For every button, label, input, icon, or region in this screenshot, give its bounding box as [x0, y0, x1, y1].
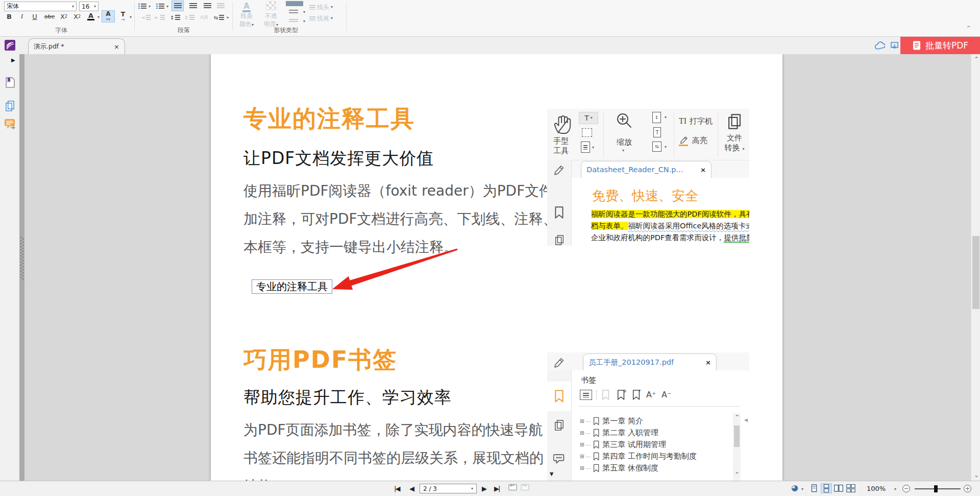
zoom-slider-track[interactable]: [915, 488, 961, 489]
zoom-slider-handle[interactable]: [934, 485, 938, 492]
red-arrow-annotation[interactable]: [327, 244, 461, 295]
scroll-thumb[interactable]: [734, 426, 740, 447]
ribbon-toolbar: 宋体 ▾ 16 ▾ B I U abe X2 X2 A ▾ A ↔ T → ▾: [0, 0, 980, 37]
line-color-button[interactable]: A 线条 颜色▾: [236, 1, 257, 28]
char-width-button[interactable]: A|B: [197, 13, 211, 22]
bookmark-item[interactable]: ⊞ 第五章 休假制度: [580, 462, 697, 474]
align-center-button[interactable]: [187, 1, 199, 11]
line-spacing-button[interactable]: ↕: [168, 13, 182, 22]
typewriter-tool: TI 打字机: [679, 116, 713, 126]
squiggly-underline-text: 福昕阅读器采用Office风格的选项卡式工: [628, 222, 750, 230]
bookmark-item[interactable]: ⊞ 第三章 试用期管理: [580, 439, 697, 451]
bookmark-item[interactable]: ⊞ 第一章 简介: [580, 415, 697, 427]
continuous-facing-view-button[interactable]: [845, 483, 856, 493]
text-flow-button[interactable]: ⇆: [212, 13, 226, 22]
scroll-down-icon[interactable]: ⌄: [974, 472, 979, 478]
cloud-icon[interactable]: [874, 41, 885, 51]
collapse-panel-icon: ◀: [744, 417, 748, 422]
document-tab[interactable]: 演示.pdf * ×: [28, 38, 125, 54]
close-icon[interactable]: ×: [114, 43, 119, 51]
pages-icon: [554, 419, 565, 431]
pencil-edit-icon: [553, 164, 566, 176]
import-download-icon[interactable]: [890, 41, 899, 50]
bookmark-icon: [593, 440, 600, 449]
opacity-button[interactable]: 不透 明度▾: [260, 1, 282, 28]
bookmark-tab-active: [547, 382, 571, 411]
zoom-level-value[interactable]: 100%: [867, 485, 886, 492]
text-direction-button[interactable]: T →: [117, 10, 129, 22]
annotation-text-box[interactable]: 专业的注释工具: [252, 279, 332, 294]
bold-button[interactable]: B: [4, 11, 14, 21]
subscript-button[interactable]: X2: [71, 11, 83, 21]
collapse-ribbon-button[interactable]: ⌃: [966, 25, 971, 32]
highlight-tool: 高亮: [679, 135, 707, 146]
chevron-down-icon: ▾: [303, 19, 305, 23]
document-tab-title: 演示.pdf *: [34, 42, 110, 51]
align-justify-button[interactable]: [214, 1, 227, 11]
zoom-in-button[interactable]: +: [964, 485, 971, 492]
splitter-handle[interactable]: [20, 237, 23, 280]
expand-panel-icon[interactable]: ▶: [11, 57, 15, 63]
italic-button[interactable]: I: [17, 11, 27, 21]
single-page-view-button[interactable]: [808, 483, 820, 493]
numbered-list-button[interactable]: [155, 2, 166, 11]
continuous-view-button[interactable]: [821, 483, 832, 493]
indent-more-button[interactable]: ⇥: [139, 13, 152, 22]
shot2-document-tab: 员工手册_20120917.pdf ×: [583, 353, 717, 370]
vertical-scrollbar[interactable]: ⌃ ⌄: [971, 54, 980, 481]
superscript-button[interactable]: X2: [58, 11, 69, 21]
fit-text-icon: T: [653, 127, 661, 137]
shot2-scrollbar[interactable]: ⌃ ⌄: [733, 413, 741, 481]
tree-expand-icon: ⊞: [580, 465, 584, 471]
align-right-button[interactable]: [201, 1, 213, 11]
first-page-button[interactable]: |◀: [394, 485, 399, 492]
line-tail-button[interactable]: 线尾▾: [309, 14, 341, 22]
tree-expand-icon: ⊞: [580, 430, 584, 436]
previous-view-button[interactable]: ↩: [508, 483, 517, 493]
section1-subtitle: 让PDF文档发挥更大价值: [243, 147, 434, 170]
facing-view-button[interactable]: [833, 483, 844, 493]
chevron-down-icon: ▾: [72, 5, 74, 9]
last-page-button[interactable]: ▶|: [494, 485, 499, 492]
fill-color-swatch[interactable]: [286, 1, 303, 6]
bullet-list-button[interactable]: [137, 2, 148, 11]
pages-panel-icon[interactable]: [5, 100, 15, 112]
zoom-out-button[interactable]: −: [902, 485, 910, 492]
bookmark-icon: [554, 206, 565, 219]
align-left-button[interactable]: [172, 1, 184, 11]
underline-button[interactable]: U: [30, 11, 40, 21]
previous-page-button[interactable]: ◀: [409, 485, 413, 492]
page-number-input[interactable]: 2 / 3 ▾: [420, 484, 477, 493]
scroll-up-icon[interactable]: ⌃: [974, 56, 979, 62]
bookmark-item[interactable]: ⊞ 第四章 工作时间与考勤制度: [580, 451, 697, 462]
section1-title: 专业的注释工具: [243, 103, 415, 135]
next-view-button[interactable]: ↩: [521, 483, 529, 493]
bookmark-item[interactable]: ⊞ 第二章 入职管理: [580, 427, 697, 439]
panel-splitter[interactable]: [19, 54, 24, 481]
expand-text-icon: A⁺: [646, 390, 656, 399]
line-style-button[interactable]: [286, 8, 301, 15]
foxit-logo-icon[interactable]: [5, 40, 15, 51]
comments-panel-icon[interactable]: [4, 119, 15, 129]
line-head-button[interactable]: 线头▾: [309, 3, 341, 11]
dash-style-button[interactable]: [286, 17, 301, 25]
bookmark-panel-icon[interactable]: [5, 77, 15, 88]
char-spacing-button[interactable]: A ↔: [102, 10, 115, 22]
batch-convert-pdf-button[interactable]: 批量转PDF: [900, 37, 980, 54]
scroll-down-icon[interactable]: ⌄: [734, 468, 740, 475]
scroll-up-icon[interactable]: ⌃: [734, 414, 740, 420]
next-page-button[interactable]: ▶: [482, 485, 486, 492]
font-color-button[interactable]: A: [85, 10, 97, 22]
scroll-thumb[interactable]: [972, 236, 979, 309]
close-icon: ×: [705, 359, 711, 366]
tree-expand-icon: ⊞: [580, 442, 584, 447]
status-bar: |◀ ◀ 2 / 3 ▾ ▶ ▶| ↩ ↩ ◕ ▾ 100% ▾: [0, 481, 980, 496]
reading-mode-button[interactable]: ◕: [791, 484, 798, 492]
bookmark-icon: [554, 389, 565, 403]
shot1-content: 免费、快速、安全 福昕阅读器是一款功能强大的PDF阅读软件，具有 档与表单。福昕…: [572, 178, 749, 246]
strikethrough-button[interactable]: abe: [42, 11, 57, 21]
highlighted-text: 档与表单。: [591, 222, 628, 230]
paragraph-spacing-button[interactable]: ↕: [183, 13, 196, 22]
font-family-select[interactable]: 宋体 ▾: [4, 2, 77, 11]
indent-less-button[interactable]: ⇤: [153, 13, 166, 22]
